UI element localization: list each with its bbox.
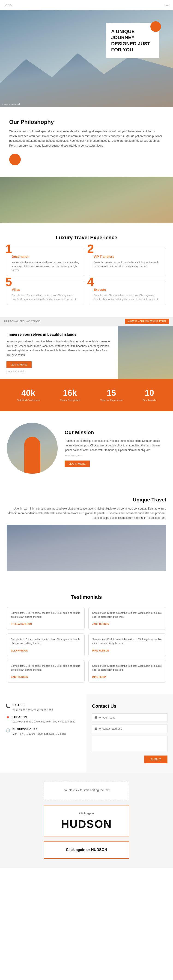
contact-section: 📞 CALL US +1 (234) 567-891, +1 (234) 987… — [0, 694, 173, 773]
contact-message-input[interactable] — [92, 736, 167, 752]
testimonial-text-2: Sample text. Click to select the text bo… — [11, 637, 81, 645]
testimonial-card-4: Sample text. Click to select the text bo… — [7, 660, 85, 683]
testimonial-card-2: Sample text. Click to select the text bo… — [7, 633, 85, 656]
mission-title: Our Mission — [64, 430, 166, 436]
location-text: 121 Rock Street, 21 Avenue, New York, NY… — [13, 720, 75, 724]
unique-body: Ut enim ad minim veniam, quis nostrud ex… — [7, 506, 166, 520]
luxury-card-4: 4 Execute Sample text. Click to select t… — [89, 281, 166, 305]
luxury-card-2-title: VIP Transfers — [94, 255, 162, 258]
luxury-card-2-num: 2 — [87, 243, 94, 255]
mission-text-block: Our Mission Habitant morbi tristique sen… — [64, 430, 166, 467]
hero-image-credit: Image from Freepik — [2, 103, 20, 105]
testimonial-name-4: CASH HUDSON — [11, 676, 28, 678]
contact-form-title: Contact Us — [92, 703, 167, 709]
mission-person-figure — [7, 423, 58, 474]
mission-learn-more-button[interactable]: LEARN MORE — [64, 461, 90, 467]
unique-image-overlay — [7, 525, 166, 571]
testimonials-grid: Sample text. Click to select the text bo… — [7, 607, 166, 682]
contact-location-item: 📍 LOCATION 121 Rock Street, 21 Avenue, N… — [6, 716, 81, 724]
luxury-card-5-text: Sample text. Click to select the text bo… — [12, 293, 80, 301]
philosophy-section: Our Philoshophy We are a team of tourist… — [0, 107, 173, 177]
luxury-card-1-text: We want to know where and why — because … — [12, 260, 80, 272]
nav-logo: logo — [5, 3, 11, 7]
contact-submit-button[interactable]: SUBMIT — [144, 756, 167, 764]
learn-more-button[interactable]: LEARN MORE — [6, 361, 31, 368]
testimonials-title: Testimonials — [7, 594, 166, 600]
luxury-card-5: 5 Villas Sample text. Click to select th… — [7, 281, 84, 305]
personalized-body: Immerse yourselves in beautiful islands,… — [6, 339, 111, 358]
luxury-card-1-num: 1 — [5, 243, 12, 255]
hours-label: BUSINESS HOURS — [13, 728, 66, 731]
unique-section: Unique Travel Ut enim ad minim veniam, q… — [0, 485, 173, 582]
luxury-card-5-title: Villas — [12, 288, 80, 291]
call-label: CALL US — [13, 703, 53, 707]
clock-icon: 🕐 — [6, 728, 10, 733]
testimonial-card-1: Sample text. Click to select the text bo… — [88, 607, 166, 630]
unique-image — [7, 525, 166, 571]
hours-text: Mon – Fri ….. 10:00 – 8:00, Sat, Sun … C… — [13, 732, 66, 736]
luxury-title: Luxury Travel Experience — [7, 235, 166, 241]
stat-label-0: Satisfied Customers — [17, 399, 40, 402]
instruction-text-2: Click again — [50, 811, 123, 816]
stat-number-2: 15 — [100, 388, 123, 398]
navbar: logo ≡ — [0, 0, 173, 10]
travel-image-section — [0, 177, 173, 223]
editable-click-box[interactable]: Click again HUDSON — [44, 805, 129, 837]
stat-item-0: 40k Satisfied Customers — [17, 388, 40, 402]
testimonial-name-3: PAUL HUDSON — [92, 649, 109, 652]
testimonials-section: Testimonials Sample text. Click to selec… — [0, 582, 173, 694]
personalized-image-overlay — [118, 326, 173, 379]
luxury-card-2-text: Enjoy the comfort of our luxury vehicles… — [94, 260, 162, 268]
testimonial-name-0: STELLA CARLSON — [11, 623, 32, 625]
editable-demo-section: double click to start editing the text C… — [0, 773, 173, 868]
stat-number-3: 10 — [143, 388, 156, 398]
mission-body: Habitant morbi tristique senectus et. Ne… — [64, 439, 166, 452]
location-icon: 📍 — [6, 716, 10, 721]
testimonial-text-5: Sample text. Click to select the text bo… — [92, 664, 162, 672]
travel-image-bg — [0, 177, 173, 223]
editable-instruction-box[interactable]: double click to start editing the text — [44, 782, 129, 800]
testimonial-name-5: MIKE PERRY — [92, 676, 107, 678]
stats-section: 40k Satisfied Customers 16k Cases Comple… — [0, 379, 173, 411]
personalized-content: Immerse yourselves in beautiful islands … — [0, 326, 173, 379]
click-again-text: Click again or HUDSON — [50, 847, 123, 853]
stat-item-3: 10 Our Awards — [143, 388, 156, 402]
hamburger-icon[interactable]: ≡ — [166, 2, 168, 8]
location-label: LOCATION — [13, 716, 75, 719]
testimonial-card-5: Sample text. Click to select the text bo… — [88, 660, 166, 683]
personalized-title: Immerse yourselves in beautiful islands — [6, 332, 111, 337]
testimonial-text-3: Sample text. Click to select the text bo… — [92, 637, 162, 645]
stat-number-1: 16k — [60, 388, 80, 398]
luxury-grid: 1 Destination We want to know where and … — [7, 248, 166, 305]
contact-hours-item: 🕐 BUSINESS HOURS Mon – Fri ….. 10:00 – 8… — [6, 728, 81, 736]
hero-headline: A UNIQUE JOURNEY DESIGNED JUST FOR YOU — [111, 29, 154, 53]
vacations-type-button[interactable]: WHAT IS YOUR VACATIONS TYPE? — [125, 319, 169, 324]
stat-label-3: Our Awards — [143, 399, 156, 402]
luxury-card-1: 1 Destination We want to know where and … — [7, 248, 84, 276]
stat-item-2: 15 Years of Experience — [100, 388, 123, 402]
mission-section: Our Mission Habitant morbi tristique sen… — [0, 411, 173, 485]
luxury-card-4-title: Execute — [94, 288, 162, 291]
testimonial-card-3: Sample text. Click to select the text bo… — [88, 633, 166, 656]
mission-circle-image — [7, 423, 58, 474]
phone-icon: 📞 — [6, 704, 10, 708]
luxury-card-5-num: 5 — [5, 276, 12, 288]
click-again-hudson-box[interactable]: Click again or HUDSON — [44, 841, 129, 859]
personalized-text: Immerse yourselves in beautiful islands … — [0, 326, 118, 379]
hero-orange-accent — [150, 21, 161, 32]
testimonial-text-1: Sample text. Click to select the text bo… — [92, 611, 162, 619]
personalized-section: PERSONALIZED VACATIONS WHAT IS YOUR VACA… — [0, 317, 173, 379]
hero-section: A UNIQUE JOURNEY DESIGNED JUST FOR YOU I… — [0, 10, 173, 107]
luxury-card-2: 2 VIP Transfers Enjoy the comfort of our… — [89, 248, 166, 276]
instruction-text-1: double click to start editing the text — [50, 788, 123, 793]
stat-label-1: Cases Completed — [60, 399, 80, 402]
contact-name-input[interactable] — [92, 713, 167, 722]
philosophy-orange-circle — [9, 154, 21, 165]
philosophy-title: Our Philoshophy — [9, 119, 164, 125]
contact-call-item: 📞 CALL US +1 (234) 567-891, +1 (234) 987… — [6, 703, 81, 711]
stat-item-1: 16k Cases Completed — [60, 388, 80, 402]
luxury-card-1-title: Destination — [12, 255, 80, 258]
contact-info-block: 📞 CALL US +1 (234) 567-891, +1 (234) 987… — [0, 694, 86, 773]
contact-email-input[interactable] — [92, 725, 167, 733]
unique-title: Unique Travel — [7, 497, 166, 503]
